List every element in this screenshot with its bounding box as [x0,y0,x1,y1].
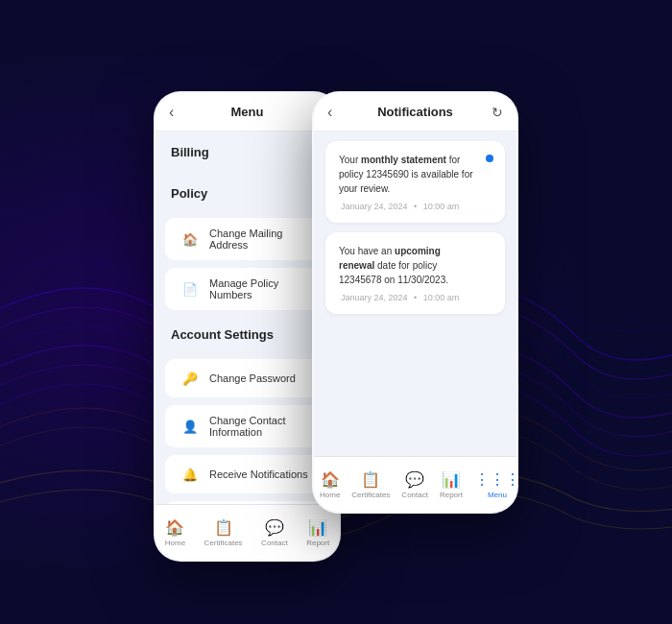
notif-header: ‹ Notifications ↻ [314,93,516,132]
password-icon: 🔑 [180,369,200,388]
notif-time-1: 10:00 am [423,202,460,211]
contact-nav-icon: 💬 [265,518,284,537]
change-password-label: Change Password [209,372,296,384]
policy-numbers-label: Manage Policy Numbers [209,277,314,300]
change-contact-item[interactable]: 👤 Change Contact Information [165,405,329,447]
notif-meta-1: January 24, 2024 • 10:00 am [339,202,492,211]
notif-date-1: January 24, 2024 [341,202,408,211]
notif-menu-label: Menu [488,491,507,499]
notif-meta-2: January 24, 2024 • 10:00 am [339,293,492,302]
certificates-nav-icon: 📋 [214,518,233,537]
policy-numbers-icon: 📄 [180,279,200,299]
notif-time-2: 10:00 am [423,293,460,302]
change-password-item[interactable]: 🔑 Change Password [165,359,329,397]
notif-report-label: Report [440,491,463,499]
notif-dot-sep-1: • [414,202,417,211]
nav-contact[interactable]: 💬 Contact [255,515,294,551]
notif-contact-icon: 💬 [405,470,424,489]
contact-icon: 👤 [180,417,200,436]
notif-cert-label: Certificates [351,491,390,499]
notification-item-2[interactable]: You have an upcoming renewal date for po… [325,232,505,314]
notif-contact-label: Contact [401,491,428,499]
notif-title: Notifications [377,105,453,119]
unread-dot [486,155,493,162]
notif-text-1: Your monthly statement for policy 123456… [339,153,492,196]
mailing-address-icon: 🏠 [180,229,200,249]
report-nav-label: Report [306,539,329,547]
report-nav-icon: 📊 [308,518,327,537]
notif-date-2: January 24, 2024 [341,293,408,302]
contact-nav-label: Contact [261,539,288,547]
notif-home-icon: 🏠 [321,470,340,489]
change-contact-label: Change Contact Information [209,415,314,438]
certificates-nav-label: Certificates [204,539,243,547]
phones-container: ‹ Menu Billing Policy 🏠 Change Mailing A… [0,0,672,624]
mailing-address-label: Change Mailing Address [209,228,314,251]
menu-back-button[interactable]: ‹ [169,104,174,121]
menu-title: Menu [231,105,264,119]
notif-dot-sep-2: • [414,293,417,302]
notif-text-2: You have an upcoming renewal date for po… [339,244,492,287]
notif-nav-report[interactable]: 📊 Report [434,467,468,503]
refresh-icon[interactable]: ↻ [492,105,503,120]
notif-back-button[interactable]: ‹ [327,104,332,121]
notifications-phone: ‹ Notifications ↻ Your monthly statement… [312,91,518,514]
change-mailing-address-item[interactable]: 🏠 Change Mailing Address [165,218,329,260]
notif-nav-certificates[interactable]: 📋 Certificates [346,467,396,503]
notification-item-1[interactable]: Your monthly statement for policy 123456… [325,141,505,223]
notif-nav-contact[interactable]: 💬 Contact [396,467,434,503]
receive-notifications-item[interactable]: 🔔 Receive Notifications [165,455,329,493]
manage-policy-numbers-item[interactable]: 📄 Manage Policy Numbers [165,268,329,310]
receive-notifications-label: Receive Notifications [209,468,308,480]
menu-bottom-nav: 🏠 Home 📋 Certificates 💬 Contact 📊 Report [156,504,339,560]
notif-menu-icon: ⋮⋮⋮ [474,470,518,489]
notifications-list: Your monthly statement for policy 123456… [314,132,516,512]
notif-cert-icon: 📋 [361,470,380,489]
notif-home-label: Home [320,491,340,499]
notif-bottom-nav: 🏠 Home 📋 Certificates 💬 Contact 📊 Report… [314,456,516,512]
nav-certificates[interactable]: 📋 Certificates [199,515,249,551]
home-nav-icon: 🏠 [165,518,184,537]
nav-home[interactable]: 🏠 Home [159,515,191,551]
home-nav-label: Home [165,539,185,547]
notif-nav-home[interactable]: 🏠 Home [314,467,346,503]
nav-report[interactable]: 📊 Report [300,515,335,551]
notif-report-icon: 📊 [442,470,461,489]
notif-nav-menu[interactable]: ⋮⋮⋮ Menu [468,467,518,503]
notifications-icon: 🔔 [180,465,200,484]
